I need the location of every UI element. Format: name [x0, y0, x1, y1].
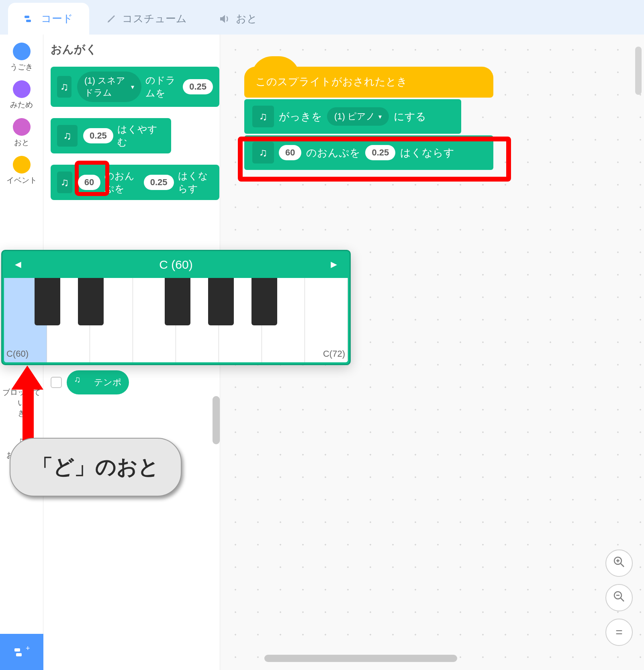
- events-dot-icon: [13, 156, 31, 174]
- category-events[interactable]: イベント: [6, 153, 37, 188]
- svg-rect-0: [25, 16, 29, 18]
- code-icon: [24, 13, 36, 25]
- drum-beats-input[interactable]: 0.25: [183, 79, 213, 94]
- zoom-out-button[interactable]: [605, 584, 633, 611]
- category-looks-label: みため: [10, 100, 33, 110]
- sound-icon: [219, 13, 231, 25]
- key-label-low: C(60): [6, 349, 29, 359]
- hat-when-sprite-clicked[interactable]: このスプライトがおされたとき: [244, 67, 493, 98]
- category-events-label: イベント: [6, 175, 37, 186]
- music-block-icon: ♫: [74, 374, 90, 390]
- piano-key-gs[interactable]: [208, 278, 234, 325]
- block-stack[interactable]: このスプライトがおされたとき ♫ がっきを (1) ピアノ にする ♫ 60 の…: [244, 67, 493, 170]
- note-picker-title: C (60): [159, 258, 192, 272]
- piano-key-c72[interactable]: C(72): [305, 278, 348, 362]
- svg-line-10: [621, 598, 624, 601]
- category-myblocks[interactable]: ブロックてい ぎ: [0, 385, 43, 421]
- block-rest[interactable]: ♫ 0.25 はくやすむ: [51, 118, 171, 153]
- piano-key-ds[interactable]: [78, 278, 104, 325]
- play-note-text1: のおんぷを: [104, 170, 139, 195]
- zoom-controls: =: [605, 549, 633, 646]
- tempo-monitor-checkbox[interactable]: [51, 377, 62, 388]
- tab-costumes-label: コスチューム: [122, 12, 187, 26]
- note-input[interactable]: 60: [78, 175, 100, 190]
- category-sound[interactable]: おと: [13, 116, 31, 150]
- editor-tabs: コード コスチューム おと: [0, 0, 644, 35]
- script-beats-input[interactable]: 0.25: [365, 145, 395, 160]
- tab-sounds[interactable]: おと: [203, 3, 274, 35]
- key-label-high: C(72): [323, 349, 345, 359]
- script-play-text2: はくならす: [400, 146, 454, 160]
- octave-right-button[interactable]: ►: [325, 257, 343, 272]
- add-extension-button[interactable]: +: [0, 634, 43, 670]
- instrument-dropdown[interactable]: (1) ピアノ: [327, 107, 389, 126]
- piano-key-as[interactable]: [251, 278, 277, 325]
- tab-sounds-label: おと: [236, 12, 258, 26]
- block-play-note-script[interactable]: ♫ 60 のおんぷを 0.25 はくならす: [244, 135, 493, 170]
- set-instr-text2: にする: [394, 110, 426, 124]
- zoom-reset-button[interactable]: =: [605, 619, 633, 646]
- music-block-icon: ♫: [57, 172, 72, 193]
- tab-code-label: コード: [41, 12, 73, 26]
- category-myblocks-label: ブロックてい ぎ: [0, 387, 43, 419]
- music-block-icon: ♫: [57, 76, 72, 98]
- sound-dot-icon: [13, 118, 31, 136]
- svg-text:+: +: [26, 646, 30, 652]
- block-play-drum[interactable]: ♫ (1) スネアドラム のドラムを 0.25: [51, 67, 219, 107]
- piano-key-cs[interactable]: [35, 278, 60, 325]
- piano-keys: C(60) C(72): [4, 278, 348, 362]
- drum-text: のドラムを: [145, 74, 179, 100]
- palette-scrollbar[interactable]: [213, 396, 220, 444]
- music-block-icon: ♫: [252, 106, 274, 127]
- category-sound-label: おと: [14, 137, 29, 148]
- svg-rect-1: [26, 20, 31, 22]
- tab-code[interactable]: コード: [8, 3, 89, 35]
- palette-title: おんがく: [51, 42, 217, 57]
- rest-beats-input[interactable]: 0.25: [83, 128, 113, 143]
- block-tempo-reporter[interactable]: ♫ テンポ: [67, 370, 129, 394]
- play-note-text2: はくならす: [178, 170, 213, 195]
- octave-left-button[interactable]: ◄: [9, 257, 27, 272]
- note-picker-header: ◄ C (60) ►: [4, 253, 348, 278]
- drum-dropdown[interactable]: (1) スネアドラム: [77, 71, 141, 102]
- set-instr-text1: がっきを: [279, 110, 322, 124]
- tab-costumes[interactable]: コスチューム: [89, 3, 203, 35]
- annotation-callout: 「ど」のおと: [10, 438, 182, 496]
- script-h-scrollbar[interactable]: [264, 655, 457, 662]
- note-beats-input[interactable]: 0.25: [144, 175, 174, 190]
- motion-dot-icon: [13, 43, 31, 60]
- hat-label: このスプライトがおされたとき: [256, 76, 407, 88]
- tempo-reporter-row: ♫ テンポ: [51, 370, 217, 394]
- script-note-input[interactable]: 60: [279, 145, 301, 160]
- svg-rect-2: [14, 648, 20, 652]
- category-motion-label: うごき: [10, 62, 33, 72]
- category-motion[interactable]: うごき: [10, 40, 33, 75]
- music-block-icon: ♫: [57, 125, 78, 147]
- block-set-instrument[interactable]: ♫ がっきを (1) ピアノ にする: [244, 99, 461, 134]
- music-block-icon: ♫: [252, 142, 274, 163]
- zoom-in-button[interactable]: [605, 549, 633, 577]
- script-play-text1: のおんぷを: [306, 146, 360, 160]
- brush-icon: [105, 13, 117, 25]
- piano-key-fs[interactable]: [165, 278, 190, 325]
- rest-text: はくやすむ: [117, 123, 165, 149]
- category-looks[interactable]: みため: [10, 78, 33, 112]
- script-v-scrollbar[interactable]: [635, 47, 642, 95]
- looks-dot-icon: [13, 80, 31, 98]
- note-picker-popup: ◄ C (60) ► C(60) C(72): [1, 250, 351, 365]
- svg-rect-3: [16, 653, 22, 656]
- svg-line-6: [621, 564, 624, 567]
- tempo-reporter-label: テンポ: [94, 376, 122, 388]
- block-play-note[interactable]: ♫ 60 のおんぷを 0.25 はくならす: [51, 165, 219, 200]
